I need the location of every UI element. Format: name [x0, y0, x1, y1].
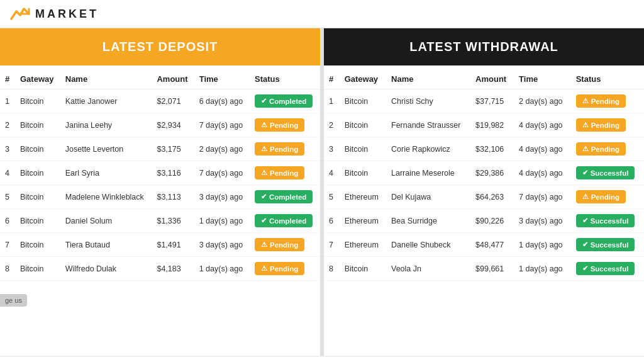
status-badge: ⚠ Pending — [576, 190, 626, 203]
status-icon: ⚠ — [261, 264, 267, 273]
row-amount: $3,113 — [152, 185, 194, 209]
status-icon: ✔ — [582, 217, 588, 225]
deposit-col-time: Time — [194, 68, 250, 89]
deposit-table-header-row: # Gateway Name Amount Time Status — [0, 68, 320, 89]
row-status: ✔ Completed — [250, 209, 320, 233]
table-row: 8 Bitcoin Wilfredo Dulak $4,183 1 day(s)… — [0, 257, 320, 281]
withdrawal-col-status: Status — [571, 68, 644, 89]
row-gateway: Bitcoin — [340, 89, 386, 113]
row-time: 7 day(s) ago — [194, 161, 250, 185]
row-amount: $3,116 — [152, 161, 194, 185]
table-row: 2 Bitcoin Fernande Strausser $19,982 4 d… — [324, 113, 644, 137]
row-num: 3 — [324, 137, 340, 161]
withdrawal-panel: LATEST WITHDRAWAL # Gateway Name Amount … — [324, 28, 644, 356]
withdrawal-table-header-row: # Gateway Name Amount Time Status — [324, 68, 644, 89]
row-name: Kattie Janower — [60, 89, 152, 113]
table-row: 6 Ethereum Bea Surridge $90,226 3 day(s)… — [324, 209, 644, 233]
row-status: ⚠ Pending — [250, 137, 320, 161]
row-status: ⚠ Pending — [571, 185, 644, 209]
table-row: 5 Ethereum Del Kujawa $64,263 7 day(s) a… — [324, 185, 644, 209]
row-time: 2 day(s) ago — [194, 137, 250, 161]
deposit-header: LATEST DEPOSIT — [0, 28, 320, 65]
row-amount: $32,106 — [470, 137, 514, 161]
withdrawal-col-num: # — [324, 68, 340, 89]
row-num: 6 — [0, 209, 15, 233]
row-gateway: Bitcoin — [15, 137, 60, 161]
status-badge: ✔ Completed — [255, 214, 313, 227]
row-gateway: Bitcoin — [15, 185, 60, 209]
row-num: 2 — [324, 113, 340, 137]
row-num: 5 — [0, 185, 15, 209]
row-amount: $29,386 — [470, 161, 514, 185]
row-num: 3 — [0, 137, 15, 161]
status-icon: ⚠ — [582, 121, 589, 129]
row-name: Fernande Strausser — [386, 113, 470, 137]
row-amount: $19,982 — [470, 113, 514, 137]
logo: MARKET — [10, 5, 99, 23]
row-status: ✔ Successful — [571, 209, 644, 233]
row-gateway: Bitcoin — [15, 257, 60, 281]
row-time: 6 day(s) ago — [194, 89, 250, 113]
table-row: 6 Bitcoin Daniel Solum $1,336 1 day(s) a… — [0, 209, 320, 233]
row-status: ⚠ Pending — [571, 89, 644, 113]
row-amount: $1,491 — [152, 233, 194, 257]
status-badge: ✔ Successful — [576, 166, 635, 179]
row-time: 7 day(s) ago — [514, 185, 571, 209]
row-time: 7 day(s) ago — [194, 113, 250, 137]
row-amount: $37,715 — [470, 89, 514, 113]
status-badge: ✔ Successful — [576, 214, 635, 227]
table-row: 4 Bitcoin Earl Syria $3,116 7 day(s) ago… — [0, 161, 320, 185]
deposit-col-num: # — [0, 68, 15, 89]
row-amount: $99,661 — [470, 257, 514, 281]
row-time: 3 day(s) ago — [194, 233, 250, 257]
row-time: 3 day(s) ago — [194, 185, 250, 209]
row-gateway: Ethereum — [340, 233, 386, 257]
status-badge: ✔ Successful — [576, 262, 635, 275]
row-num: 6 — [324, 209, 340, 233]
table-row: 7 Bitcoin Tiera Butaud $1,491 3 day(s) a… — [0, 233, 320, 257]
table-row: 1 Bitcoin Kattie Janower $2,071 6 day(s)… — [0, 89, 320, 113]
status-badge: ⚠ Pending — [576, 94, 626, 108]
row-time: 1 day(s) ago — [514, 233, 571, 257]
row-status: ⚠ Pending — [571, 137, 644, 161]
row-time: 4 day(s) ago — [514, 161, 571, 185]
row-name: Earl Syria — [60, 161, 152, 185]
status-icon: ⚠ — [582, 193, 589, 201]
status-icon: ✔ — [582, 264, 588, 273]
table-row: 7 Ethereum Danelle Shubeck $48,477 1 day… — [324, 233, 644, 257]
row-num: 7 — [0, 233, 15, 257]
row-gateway: Bitcoin — [15, 113, 60, 137]
row-num: 5 — [324, 185, 340, 209]
row-amount: $1,336 — [152, 209, 194, 233]
deposit-table: # Gateway Name Amount Time Status 1 Bitc… — [0, 68, 320, 281]
row-name: Danelle Shubeck — [386, 233, 470, 257]
logo-icon — [10, 5, 33, 23]
withdrawal-col-time: Time — [514, 68, 571, 89]
deposit-col-name: Name — [60, 68, 152, 89]
row-name: Wilfredo Dulak — [60, 257, 152, 281]
status-icon: ⚠ — [261, 145, 267, 153]
status-icon: ⚠ — [582, 145, 589, 153]
table-row: 8 Bitcoin Veola Jn $99,661 1 day(s) ago … — [324, 257, 644, 281]
status-icon: ✔ — [261, 97, 267, 105]
status-icon: ✔ — [261, 193, 267, 201]
status-badge: ⚠ Pending — [255, 238, 304, 251]
table-row: 3 Bitcoin Corie Rapkowicz $32,106 4 day(… — [324, 137, 644, 161]
row-amount: $4,183 — [152, 257, 194, 281]
row-time: 1 day(s) ago — [194, 209, 250, 233]
row-gateway: Bitcoin — [15, 89, 60, 113]
row-gateway: Bitcoin — [340, 137, 386, 161]
side-label: ge us — [0, 294, 27, 307]
row-name: Veola Jn — [386, 257, 470, 281]
row-name: Madelene Winkleblack — [60, 185, 152, 209]
deposit-col-status: Status — [250, 68, 320, 89]
row-gateway: Bitcoin — [15, 209, 60, 233]
row-amount: $48,477 — [470, 233, 514, 257]
status-icon: ✔ — [261, 217, 267, 225]
withdrawal-col-name: Name — [386, 68, 470, 89]
row-num: 4 — [324, 161, 340, 185]
status-badge: ✔ Successful — [576, 238, 635, 251]
status-icon: ⚠ — [261, 121, 267, 129]
row-gateway: Ethereum — [340, 209, 386, 233]
row-time: 4 day(s) ago — [514, 137, 571, 161]
